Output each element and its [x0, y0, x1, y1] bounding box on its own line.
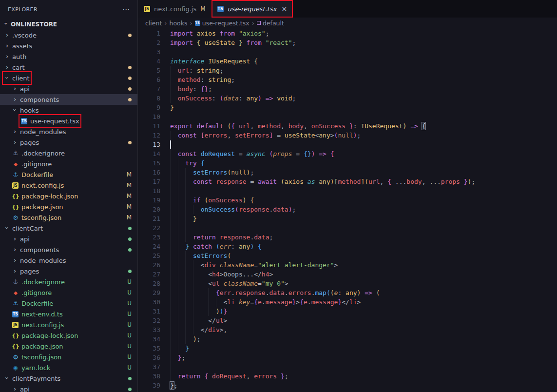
code-line-10[interactable]: 10: [138, 112, 557, 121]
code-line-23[interactable]: 23 return response.data;: [138, 233, 557, 242]
code-line-33[interactable]: 33 </div>,: [138, 325, 557, 334]
tree-item-tsconfig.json[interactable]: ⚙tsconfig.jsonM: [0, 212, 137, 223]
code-line-1[interactable]: 1import axios from "axios";: [138, 29, 557, 38]
tree-item-next.config.js[interactable]: JSnext.config.jsU: [0, 319, 137, 330]
tree-item-next.config.js[interactable]: JSnext.config.jsM: [0, 180, 137, 191]
tree-item-package-lock.json[interactable]: {}package-lock.jsonU: [0, 330, 137, 341]
tree-item-client[interactable]: ›client: [0, 73, 137, 83]
code-line-39[interactable]: 39};: [138, 381, 557, 390]
tab-next.config.js[interactable]: JSnext.config.jsM: [138, 0, 211, 18]
tree-item-components[interactable]: ›components: [0, 94, 137, 105]
code-line-7[interactable]: 7 body: {};: [138, 84, 557, 94]
breadcrumb-item-client[interactable]: client: [145, 20, 162, 27]
yarn-file-icon: ◉: [12, 364, 19, 372]
code-line-26[interactable]: 26 <div className="alert alert-danger">: [138, 260, 557, 270]
tree-item-Dockerfile[interactable]: ⚓DockerfileM: [0, 169, 137, 180]
code-line-37[interactable]: 37: [138, 362, 557, 372]
tree-item-pages[interactable]: ›pages: [0, 137, 137, 148]
code-line-17[interactable]: 17 const response = await (axios as any)…: [138, 177, 557, 186]
code-line-27[interactable]: 27 <h4>Ooops...</h4>: [138, 270, 557, 279]
tree-item-use-request.tsx[interactable]: TSuse-request.tsx: [0, 116, 137, 126]
breadcrumb-item-use-request.tsx[interactable]: TSuse-request.tsx: [195, 20, 250, 27]
tree-item-pages[interactable]: ›pages: [0, 266, 137, 276]
workspace-root-folder[interactable]: › ONLINESTORE: [0, 19, 137, 30]
tree-item-node_modules[interactable]: ›node_modules: [0, 126, 137, 137]
code-line-2[interactable]: 2import { useState } from "react";: [138, 38, 557, 47]
code-token: null: [338, 132, 353, 139]
code-line-28[interactable]: 28 <ul className="my-0">: [138, 279, 557, 288]
code-line-18[interactable]: 18: [138, 186, 557, 196]
code-line-13[interactable]: 13: [138, 140, 557, 149]
tree-item-clientPayments[interactable]: ›clientPayments: [0, 373, 137, 384]
tree-item-package.json[interactable]: {}package.jsonM: [0, 201, 137, 212]
line-number: 11: [138, 121, 160, 131]
code-line-29[interactable]: 29 {err.response.data.errors.map((e: any…: [138, 288, 557, 297]
tree-item-clientCart[interactable]: ›clientCart: [0, 223, 137, 234]
code-token: ): [330, 178, 334, 185]
code-line-3[interactable]: 3: [138, 47, 557, 57]
more-actions-icon[interactable]: ⋯: [122, 5, 130, 14]
tree-item-tsconfig.json[interactable]: ⚙tsconfig.jsonU: [0, 352, 137, 362]
tree-item-.dockerignore[interactable]: ⚓.dockerignore: [0, 148, 137, 158]
tree-item-content: ›clientPayments: [4, 373, 60, 383]
code-line-11[interactable]: 11export default ({ url, method, body, o…: [138, 121, 557, 131]
tree-item-.gitignore[interactable]: ◆.gitignore: [0, 158, 137, 169]
code-line-21[interactable]: 21 }: [138, 214, 557, 223]
code-line-8[interactable]: 8 onSuccess: (data: any) => void;: [138, 94, 557, 103]
code-line-31[interactable]: 31 ))}: [138, 307, 557, 316]
breadcrumb-item-default[interactable]: default: [257, 20, 284, 27]
code-editor[interactable]: 1import axios from "axios";2import { use…: [138, 28, 557, 392]
code-line-5[interactable]: 5 url: string;: [138, 66, 557, 75]
code-line-4[interactable]: 4interface IUseRequest {: [138, 57, 557, 66]
tab-modified-badge: M: [200, 5, 205, 12]
tree-item-hooks[interactable]: ›hooks: [0, 105, 137, 116]
code-line-35[interactable]: 35 }: [138, 344, 557, 353]
tree-item-.gitignore[interactable]: ◆.gitignoreU: [0, 287, 137, 298]
tree-item-cart[interactable]: ›cart: [0, 62, 137, 73]
tree-item-api[interactable]: ›api: [0, 384, 137, 392]
breadcrumb-item-hooks[interactable]: hooks: [170, 20, 188, 27]
tree-item-.dockerignore[interactable]: ⚓.dockerignoreU: [0, 276, 137, 287]
code-line-24[interactable]: 24 } catch (err: any) {: [138, 242, 557, 251]
docker-muted-file-icon: ⚓: [12, 278, 19, 286]
code-token: ;: [471, 178, 475, 185]
tree-item-assets[interactable]: ›assets: [0, 40, 137, 51]
code-line-14[interactable]: 14 const doRequest = async (props = {}) …: [138, 149, 557, 158]
code-line-15[interactable]: 15 try {: [138, 158, 557, 168]
code-token: ,: [247, 372, 254, 380]
code-line-34[interactable]: 34 );: [138, 334, 557, 344]
tree-item-auth[interactable]: ›auth: [0, 51, 137, 62]
tree-item-node_modules[interactable]: ›node_modules: [0, 255, 137, 266]
code-line-16[interactable]: 16 setErrors(null);: [138, 168, 557, 177]
code-line-25[interactable]: 25 setErrors(: [138, 251, 557, 260]
code-line-12[interactable]: 12 const [errors, setErrors] = useState<…: [138, 131, 557, 140]
code-line-36[interactable]: 36 };: [138, 353, 557, 362]
tree-item-api[interactable]: ›api: [0, 83, 137, 94]
code-line-19[interactable]: 19 if (onSuccess) {: [138, 196, 557, 205]
code-line-20[interactable]: 20 onSuccess(response.data);: [138, 205, 557, 214]
code-token: null: [231, 169, 246, 176]
code-token: {: [330, 150, 334, 157]
tree-item-next-env.d.ts[interactable]: TSnext-env.d.tsU: [0, 309, 137, 319]
code-line-32[interactable]: 32 </ul>: [138, 316, 557, 325]
tab-use-request.tsx[interactable]: TSuse-request.tsx×: [211, 0, 293, 18]
tree-item-api[interactable]: ›api: [0, 234, 137, 244]
tree-item-.vscode[interactable]: ›.vscode: [0, 30, 137, 40]
code-line-38[interactable]: 38 return { doRequest, errors };: [138, 372, 557, 381]
code-line-6[interactable]: 6 method: string;: [138, 75, 557, 84]
code-line-9[interactable]: 9}: [138, 103, 557, 112]
tree-item-content: ›node_modules: [12, 127, 66, 137]
code-line-30[interactable]: 30 <li key={e.message}>{e.message}</li>: [138, 297, 557, 307]
modified-indicator-dot: [128, 141, 132, 144]
tree-item-components[interactable]: ›components: [0, 244, 137, 255]
tree-item-package-lock.json[interactable]: {}package-lock.jsonM: [0, 191, 137, 201]
tree-item-yarn.lock[interactable]: ◉yarn.lockU: [0, 362, 137, 373]
code-line-22[interactable]: 22: [138, 223, 557, 233]
git-status: [128, 34, 132, 37]
code-token: :: [193, 85, 201, 93]
line-number: 30: [138, 297, 160, 307]
tree-item-package.json[interactable]: {}package.jsonU: [0, 341, 137, 352]
tree-item-Dockerfile[interactable]: ⚓DockerfileU: [0, 298, 137, 309]
close-icon[interactable]: ×: [281, 5, 287, 13]
tree-item-label: tsconfig.json: [21, 214, 61, 221]
